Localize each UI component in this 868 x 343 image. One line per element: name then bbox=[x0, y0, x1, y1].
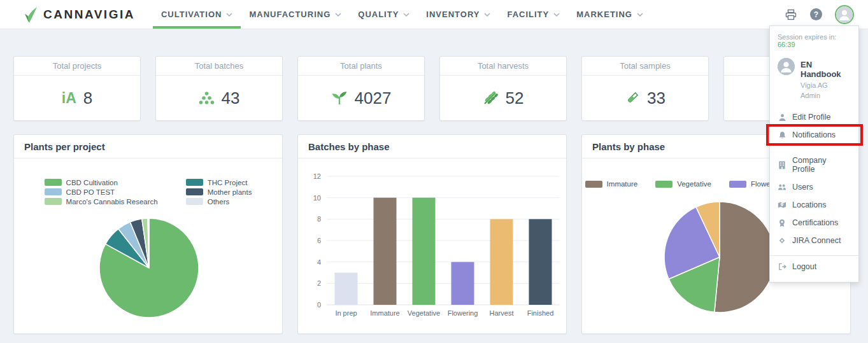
chevron-down-icon bbox=[335, 13, 341, 17]
nav-item-marketing[interactable]: MARKETING bbox=[568, 0, 651, 29]
menu-item-jira-connect[interactable]: JIRA Connect bbox=[770, 232, 858, 249]
nav-label: INVENTORY bbox=[426, 10, 480, 19]
menu-item-label: Locations bbox=[792, 200, 827, 209]
nav-item-cultivation[interactable]: CULTIVATION bbox=[153, 0, 241, 29]
stat-value: 43 bbox=[222, 88, 240, 108]
charts-row: Plants per project CBD CultivationCBD PO… bbox=[13, 134, 851, 334]
leaf-logo-icon bbox=[22, 6, 38, 24]
top-navbar: CANNAVIGIA CULTIVATION MANUFACTURING QUA… bbox=[0, 0, 868, 29]
certificate-icon bbox=[778, 219, 786, 227]
chevron-down-icon bbox=[637, 13, 643, 17]
profile-summary: EN Handbook Vigia AG Admin bbox=[770, 54, 858, 104]
x-axis-category-label: Immature bbox=[370, 309, 399, 317]
session-expiry: Session expires in: 66:39 bbox=[770, 30, 858, 54]
brand-logo[interactable]: CANNAVIGIA bbox=[22, 0, 135, 29]
plant-icon bbox=[331, 90, 348, 106]
chart-card-plants-per-project: Plants per project CBD CultivationCBD PO… bbox=[13, 134, 283, 334]
x-axis-category-label: Vegetative bbox=[408, 309, 440, 317]
dropdown-menu-list: Edit Profile Notifications Company Profi… bbox=[770, 108, 858, 276]
menu-item-users[interactable]: Users bbox=[770, 178, 858, 196]
bar-immature bbox=[374, 198, 397, 305]
user-avatar[interactable] bbox=[835, 5, 854, 24]
batches-icon bbox=[199, 91, 215, 106]
building-icon bbox=[778, 161, 786, 169]
stats-row: Total projects iA 8 Total batches 43 Tot… bbox=[13, 56, 851, 121]
profile-company: Vigia AG bbox=[800, 81, 851, 89]
nav-item-quality[interactable]: QUALITY bbox=[350, 0, 418, 29]
stat-card-total-plants: Total plants 4027 bbox=[297, 56, 425, 121]
menu-item-company-profile[interactable]: Company Profile bbox=[770, 151, 858, 178]
stat-title: Total batches bbox=[156, 57, 282, 76]
menu-item-notifications[interactable]: Notifications bbox=[770, 126, 858, 144]
nav-item-manufacturing[interactable]: MANUFACTURING bbox=[241, 0, 350, 29]
y-axis-tick-label: 10 bbox=[313, 194, 321, 202]
chevron-down-icon bbox=[484, 13, 490, 17]
chart-title: Batches by phase bbox=[298, 135, 566, 158]
jira-diamond-icon bbox=[778, 237, 786, 244]
menu-divider bbox=[770, 255, 858, 256]
x-axis-category-label: Finished bbox=[527, 309, 554, 317]
menu-item-certifications[interactable]: Certifications bbox=[770, 214, 858, 232]
nav-item-facility[interactable]: FACILITY bbox=[499, 0, 568, 29]
menu-item-edit-profile[interactable]: Edit Profile bbox=[770, 108, 858, 126]
sample-icon bbox=[625, 90, 640, 106]
x-axis-category-label: In prep bbox=[335, 309, 357, 317]
bar-chart-svg: 024681012In prepImmatureVegetativeFlower… bbox=[298, 158, 566, 333]
session-time: 66:39 bbox=[778, 41, 795, 48]
profile-dropdown-menu: Session expires in: 66:39 EN Handbook Vi… bbox=[769, 25, 859, 283]
menu-item-label: Company Profile bbox=[792, 156, 851, 174]
pie-slice-immature bbox=[715, 202, 775, 312]
stat-value: 52 bbox=[506, 88, 524, 108]
menu-item-label: Certifications bbox=[792, 218, 838, 227]
nav-label: MARKETING bbox=[576, 10, 632, 19]
y-axis-tick-label: 4 bbox=[317, 258, 321, 266]
printer-icon[interactable] bbox=[785, 8, 797, 21]
y-axis-tick-label: 6 bbox=[317, 237, 321, 244]
stat-title: Total samples bbox=[582, 57, 708, 76]
navbar-actions: ? bbox=[785, 0, 854, 29]
map-icon bbox=[778, 201, 786, 209]
main-nav: CULTIVATION MANUFACTURING QUALITY INVENT… bbox=[153, 0, 651, 29]
chevron-down-icon bbox=[403, 13, 409, 17]
person-icon bbox=[836, 6, 853, 23]
stat-title: Total plants bbox=[298, 57, 424, 76]
pie-chart-svg bbox=[14, 158, 282, 333]
nav-label: MANUFACTURING bbox=[249, 10, 331, 19]
chevron-down-icon bbox=[226, 13, 232, 17]
profile-name: EN Handbook bbox=[800, 58, 851, 79]
stat-title: Total projects bbox=[14, 57, 140, 76]
bar-harvest bbox=[490, 219, 513, 305]
menu-item-label: Notifications bbox=[792, 130, 836, 139]
users-group-icon bbox=[778, 183, 786, 191]
chevron-down-icon bbox=[553, 13, 560, 17]
bar-finished bbox=[529, 219, 552, 305]
menu-item-label: JIRA Connect bbox=[792, 236, 841, 245]
menu-item-locations[interactable]: Locations bbox=[770, 196, 858, 214]
chart-title: Plants per project bbox=[14, 135, 282, 158]
stat-card-total-samples: Total samples 33 bbox=[581, 56, 709, 121]
menu-item-label: Users bbox=[792, 183, 813, 192]
stat-card-total-batches: Total batches 43 bbox=[155, 56, 283, 121]
chart-card-batches-by-phase: Batches by phase 024681012In prepImmatur… bbox=[297, 134, 567, 334]
nav-label: FACILITY bbox=[507, 10, 549, 19]
nav-item-inventory[interactable]: INVENTORY bbox=[418, 0, 499, 29]
stat-value: 33 bbox=[647, 88, 665, 108]
help-icon[interactable]: ? bbox=[810, 8, 822, 20]
y-axis-tick-label: 2 bbox=[317, 279, 321, 287]
logout-icon bbox=[778, 263, 786, 270]
y-axis-tick-label: 12 bbox=[313, 172, 321, 180]
nav-label: CULTIVATION bbox=[161, 10, 222, 19]
bell-icon bbox=[778, 131, 786, 139]
stat-card-total-harvests: Total harvests 52 bbox=[439, 56, 567, 121]
stat-value: 8 bbox=[83, 88, 92, 108]
bar-flowering bbox=[452, 262, 474, 305]
bar-vegetative bbox=[413, 198, 436, 305]
y-axis-tick-label: 8 bbox=[317, 215, 321, 223]
session-label: Session expires in: bbox=[778, 33, 836, 41]
menu-item-label: Logout bbox=[792, 262, 816, 271]
menu-item-logout[interactable]: Logout bbox=[770, 258, 858, 276]
x-axis-category-label: Flowering bbox=[448, 309, 478, 317]
projects-icon: iA bbox=[62, 90, 76, 107]
stat-card-total-projects: Total projects iA 8 bbox=[13, 56, 141, 121]
stat-title: Total harvests bbox=[440, 57, 566, 76]
